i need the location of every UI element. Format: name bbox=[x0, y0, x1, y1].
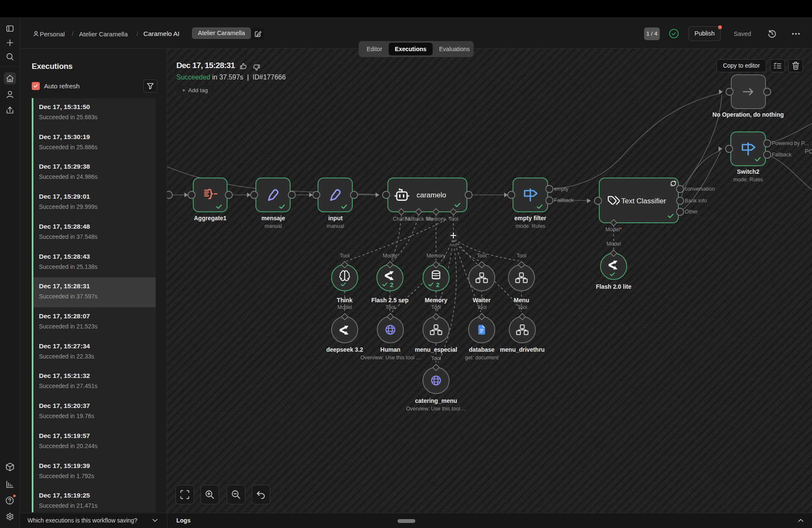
svg-text:manual: manual bbox=[327, 223, 344, 229]
svg-text:mode: Rules: mode: Rules bbox=[516, 223, 545, 229]
svg-text:Tool: Tool bbox=[477, 304, 487, 310]
svg-text:Tool: Tool bbox=[477, 253, 487, 259]
svg-text:mode: Rules: mode: Rules bbox=[733, 177, 763, 183]
svg-text:Waiter: Waiter bbox=[473, 297, 491, 304]
svg-text:2: 2 bbox=[436, 281, 439, 288]
svg-text:manual: manual bbox=[265, 223, 282, 229]
svg-text:empty filter: empty filter bbox=[514, 215, 546, 222]
svg-text:Tool: Tool bbox=[449, 216, 458, 222]
svg-text:Bank info: Bank info bbox=[685, 198, 707, 204]
svg-text:Powered by P...: Powered by P... bbox=[772, 140, 809, 146]
svg-text:Memory: Memory bbox=[425, 297, 447, 304]
svg-text:Model: Model bbox=[337, 304, 352, 310]
svg-text:empty: empty bbox=[554, 186, 569, 192]
svg-text:Switch2: Switch2 bbox=[737, 168, 760, 175]
svg-text:Aggregate1: Aggregate1 bbox=[194, 215, 226, 222]
svg-text:Memory: Memory bbox=[426, 253, 446, 259]
svg-text:Memory: Memory bbox=[426, 216, 446, 222]
svg-text:Human: Human bbox=[380, 346, 400, 353]
svg-text:Model: Model bbox=[383, 253, 397, 259]
svg-text:No Operation, do nothing: No Operation, do nothing bbox=[713, 111, 784, 118]
svg-text:menu_especial: menu_especial bbox=[415, 346, 457, 353]
svg-text:Tool: Tool bbox=[517, 253, 527, 259]
svg-text:Flash 2.0 lite: Flash 2.0 lite bbox=[596, 283, 631, 290]
svg-text:deepseek 3.2: deepseek 3.2 bbox=[326, 346, 363, 353]
svg-text:Menu: Menu bbox=[514, 297, 529, 304]
svg-text:Tool: Tool bbox=[431, 356, 441, 361]
svg-text:2: 2 bbox=[390, 281, 393, 288]
svg-text:Text Classifier: Text Classifier bbox=[621, 197, 666, 205]
svg-text:Tool: Tool bbox=[340, 253, 350, 259]
svg-text:get: document: get: document bbox=[465, 355, 499, 361]
svg-text:Tool: Tool bbox=[431, 304, 441, 310]
svg-text:Overview: Use this tool ...: Overview: Use this tool ... bbox=[360, 355, 420, 361]
svg-text:Think: Think bbox=[337, 297, 353, 304]
svg-text:Fallback: Fallback bbox=[772, 152, 792, 158]
svg-text:Overview: Use this tool ...: Overview: Use this tool ... bbox=[406, 406, 466, 412]
svg-text:database: database bbox=[469, 346, 495, 353]
svg-text:conversation: conversation bbox=[685, 186, 715, 192]
svg-text:mensaje: mensaje bbox=[261, 215, 285, 222]
svg-text:Tool: Tool bbox=[386, 304, 395, 310]
svg-text:Model*: Model* bbox=[606, 227, 622, 233]
svg-text:Model: Model bbox=[606, 241, 621, 247]
svg-text:Other: Other bbox=[685, 209, 698, 215]
svg-text:Fallback: Fallback bbox=[554, 197, 574, 203]
svg-text:input: input bbox=[328, 215, 343, 222]
svg-text:menu_drivethru: menu_drivethru bbox=[500, 346, 545, 353]
svg-text:caramelo: caramelo bbox=[417, 191, 446, 199]
svg-text:Tool: Tool bbox=[518, 304, 527, 310]
svg-text:Flash 2.5 sep: Flash 2.5 sep bbox=[371, 297, 409, 304]
svg-text:catering_menu: catering_menu bbox=[415, 397, 457, 404]
svg-text:POS: POS bbox=[805, 148, 812, 155]
